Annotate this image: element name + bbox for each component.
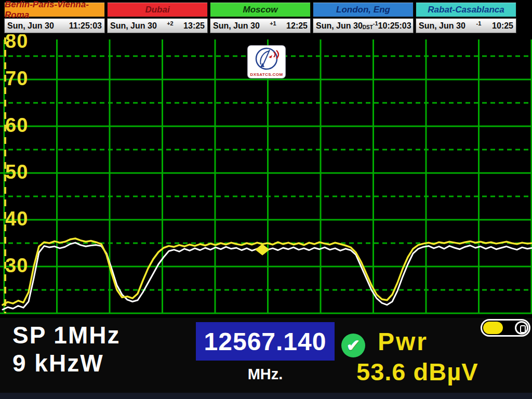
clock-cell-london: Sun, Jun 30 DST-1 10:25:03 (313, 18, 414, 33)
city-tab-london: London, Eng (313, 2, 414, 17)
bottom-strip (0, 393, 532, 399)
spectrum-plot: 80 70 60 50 40 30 DXSATCS.COM (0, 34, 532, 318)
clock-column-london: London, Eng Sun, Jun 30 DST-1 10:25:03 (313, 2, 414, 33)
y-tick-40: 40 (5, 209, 28, 229)
clock-date: Sun, Jun 30 (419, 21, 466, 31)
y-tick-30: 30 (5, 256, 28, 275)
clock-time: 11:25:03 (69, 21, 102, 31)
clock-time: 13:25 (183, 21, 205, 31)
city-label: Dubai (145, 5, 169, 15)
city-label: Moscow (243, 5, 277, 15)
frequency-unit-label: MHz. (196, 366, 335, 383)
city-label: Rabat-Casablanca (428, 5, 504, 15)
y-tick-70: 70 (5, 69, 28, 88)
battery-terminal (515, 321, 528, 335)
tz-offset: -1 (476, 20, 482, 26)
clock-date: Sun, Jun 30 (316, 21, 363, 31)
dxsatcs-logo: DXSATCS.COM (248, 46, 285, 78)
city-tab-rabat: Rabat-Casablanca (416, 2, 516, 17)
y-tick-80: 80 (5, 34, 28, 51)
city-label: Berlin-Paris-Vienna-Roma (5, 0, 104, 20)
frequency-field[interactable]: 12567.140 (196, 322, 335, 361)
clock-cell-dubai: Sun, Jun 30 +2 13:25 (107, 18, 208, 33)
frequency-value: 12567.140 (204, 327, 327, 356)
world-clock-bar: Berlin-Paris-Vienna-Roma Sun, Jun 30 11:… (0, 0, 532, 34)
power-label: Pwr (378, 327, 428, 356)
clock-column-moscow: Moscow Sun, Jun 30 +1 12:25 (210, 2, 311, 33)
clock-cell-moscow: Sun, Jun 30 +1 12:25 (210, 18, 311, 33)
battery-icon (481, 319, 530, 337)
tz-offset: +1 (270, 20, 276, 26)
clock-column-berlin: Berlin-Paris-Vienna-Roma Sun, Jun 30 11:… (4, 2, 105, 33)
span-label: SP 1MHz (12, 323, 120, 347)
clock-column-rabat: Rabat-Casablanca Sun, Jun 30 -1 10:25 (416, 2, 516, 33)
clock-time: 10:25:03 (378, 21, 411, 31)
tz-offset: -1 (373, 20, 378, 26)
logo-text: DXSATCS.COM (248, 72, 285, 77)
clock-date: Sun, Jun 30 (110, 21, 157, 31)
tz-offset: +2 (167, 20, 174, 26)
lock-check-icon: ✔ (341, 334, 365, 357)
tz-prefix: DST (363, 24, 373, 30)
clock-cell-berlin: Sun, Jun 30 11:25:03 (4, 18, 105, 33)
city-tab-berlin: Berlin-Paris-Vienna-Roma (4, 2, 105, 17)
clock-date: Sun, Jun 30 (7, 21, 54, 31)
city-tab-moscow: Moscow (210, 2, 311, 17)
battery-fill (483, 322, 503, 334)
satellite-dish-icon (248, 46, 285, 72)
city-label: London, Eng (336, 5, 390, 15)
y-tick-60: 60 (5, 115, 28, 135)
clock-time: 12:25 (286, 21, 308, 31)
clock-time: 10:25 (492, 21, 513, 31)
clock-column-dubai: Dubai Sun, Jun 30 +2 13:25 (107, 2, 208, 33)
clock-cell-rabat: Sun, Jun 30 -1 10:25 (416, 18, 516, 33)
power-value: 53.6 dBµV (356, 357, 478, 386)
clock-date: Sun, Jun 30 (213, 21, 260, 31)
readout-panel: SP 1MHz 9 kHzW 12567.140 MHz. ✔ Pwr 53.6… (0, 318, 532, 399)
y-tick-50: 50 (5, 162, 28, 182)
bandwidth-label: 9 kHzW (12, 351, 104, 375)
city-tab-dubai: Dubai (107, 2, 208, 17)
